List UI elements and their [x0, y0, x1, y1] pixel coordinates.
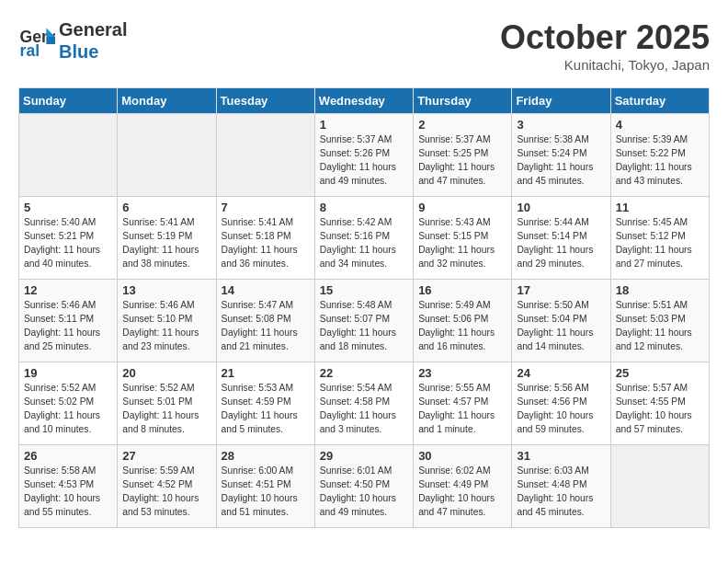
- logo-text-line1: General: [59, 18, 127, 40]
- week-row-4: 19Sunrise: 5:52 AMSunset: 5:02 PMDayligh…: [19, 362, 710, 445]
- weekday-header-row: SundayMondayTuesdayWednesdayThursdayFrid…: [19, 88, 710, 114]
- calendar-cell: [118, 114, 216, 197]
- calendar-cell: 13Sunrise: 5:46 AMSunset: 5:10 PMDayligh…: [118, 280, 216, 362]
- day-number: 8: [320, 201, 408, 214]
- day-info: Sunrise: 5:56 AMSunset: 4:56 PMDaylight:…: [517, 382, 605, 437]
- calendar-cell: 29Sunrise: 6:01 AMSunset: 4:50 PMDayligh…: [314, 445, 413, 528]
- weekday-header-monday: Monday: [118, 88, 216, 114]
- logo-icon: Gene ral: [18, 22, 55, 59]
- day-info: Sunrise: 5:41 AMSunset: 5:18 PMDaylight:…: [222, 216, 310, 271]
- day-number: 2: [418, 118, 506, 132]
- day-number: 10: [517, 201, 605, 214]
- calendar-cell: 19Sunrise: 5:52 AMSunset: 5:02 PMDayligh…: [19, 362, 118, 445]
- calendar-cell: 8Sunrise: 5:42 AMSunset: 5:16 PMDaylight…: [314, 197, 413, 280]
- calendar-cell: 10Sunrise: 5:44 AMSunset: 5:14 PMDayligh…: [512, 197, 610, 280]
- calendar-cell: 23Sunrise: 5:55 AMSunset: 4:57 PMDayligh…: [414, 362, 512, 445]
- svg-text:ral: ral: [20, 41, 40, 59]
- day-info: Sunrise: 5:54 AMSunset: 4:58 PMDaylight:…: [320, 382, 408, 437]
- day-info: Sunrise: 5:47 AMSunset: 5:08 PMDaylight:…: [222, 299, 310, 354]
- day-number: 1: [320, 118, 408, 132]
- day-number: 31: [517, 449, 605, 463]
- calendar-cell: [216, 114, 314, 197]
- calendar-cell: 26Sunrise: 5:58 AMSunset: 4:53 PMDayligh…: [19, 445, 118, 528]
- day-info: Sunrise: 5:57 AMSunset: 4:55 PMDaylight:…: [616, 382, 704, 437]
- weekday-header-saturday: Saturday: [610, 88, 709, 114]
- calendar-cell: 31Sunrise: 6:03 AMSunset: 4:48 PMDayligh…: [512, 445, 610, 528]
- weekday-header-thursday: Thursday: [414, 88, 512, 114]
- week-row-2: 5Sunrise: 5:40 AMSunset: 5:21 PMDaylight…: [19, 197, 710, 280]
- calendar-cell: 18Sunrise: 5:51 AMSunset: 5:03 PMDayligh…: [610, 280, 709, 362]
- day-info: Sunrise: 6:01 AMSunset: 4:50 PMDaylight:…: [320, 465, 408, 520]
- day-info: Sunrise: 5:44 AMSunset: 5:14 PMDaylight:…: [517, 216, 605, 271]
- calendar-cell: 9Sunrise: 5:43 AMSunset: 5:15 PMDaylight…: [414, 197, 512, 280]
- logo: Gene ral General Blue: [18, 18, 127, 63]
- logo-text-line2: Blue: [59, 40, 127, 63]
- calendar-cell: [19, 114, 118, 197]
- calendar-cell: 6Sunrise: 5:41 AMSunset: 5:19 PMDaylight…: [118, 197, 216, 280]
- day-number: 30: [418, 449, 506, 463]
- calendar-cell: 4Sunrise: 5:39 AMSunset: 5:22 PMDaylight…: [610, 114, 709, 197]
- calendar-cell: 12Sunrise: 5:46 AMSunset: 5:11 PMDayligh…: [19, 280, 118, 362]
- day-number: 9: [418, 201, 506, 214]
- weekday-header-tuesday: Tuesday: [216, 88, 314, 114]
- day-info: Sunrise: 6:00 AMSunset: 4:51 PMDaylight:…: [222, 465, 310, 520]
- day-info: Sunrise: 5:51 AMSunset: 5:03 PMDaylight:…: [616, 299, 704, 354]
- day-number: 27: [122, 449, 210, 463]
- day-info: Sunrise: 5:58 AMSunset: 4:53 PMDaylight:…: [24, 465, 112, 520]
- day-info: Sunrise: 5:45 AMSunset: 5:12 PMDaylight:…: [616, 216, 704, 271]
- calendar-cell: 27Sunrise: 5:59 AMSunset: 4:52 PMDayligh…: [118, 445, 216, 528]
- title-block: October 2025 Kunitachi, Tokyo, Japan: [500, 18, 710, 73]
- calendar-cell: 14Sunrise: 5:47 AMSunset: 5:08 PMDayligh…: [216, 280, 314, 362]
- calendar-cell: [610, 445, 709, 528]
- day-info: Sunrise: 5:52 AMSunset: 5:02 PMDaylight:…: [24, 382, 112, 437]
- week-row-1: 1Sunrise: 5:37 AMSunset: 5:26 PMDaylight…: [19, 114, 710, 197]
- day-number: 18: [616, 283, 704, 297]
- weekday-header-sunday: Sunday: [19, 88, 118, 114]
- day-number: 17: [517, 283, 605, 297]
- weekday-header-friday: Friday: [512, 88, 610, 114]
- day-info: Sunrise: 5:46 AMSunset: 5:10 PMDaylight:…: [122, 299, 210, 354]
- calendar-cell: 24Sunrise: 5:56 AMSunset: 4:56 PMDayligh…: [512, 362, 610, 445]
- weekday-header-wednesday: Wednesday: [314, 88, 413, 114]
- location-text: Kunitachi, Tokyo, Japan: [500, 57, 710, 73]
- day-number: 16: [418, 283, 506, 297]
- calendar-cell: 5Sunrise: 5:40 AMSunset: 5:21 PMDaylight…: [19, 197, 118, 280]
- calendar-table: SundayMondayTuesdayWednesdayThursdayFrid…: [18, 87, 710, 528]
- day-number: 29: [320, 449, 408, 463]
- day-number: 23: [418, 366, 506, 380]
- calendar-cell: 3Sunrise: 5:38 AMSunset: 5:24 PMDaylight…: [512, 114, 610, 197]
- calendar-cell: 16Sunrise: 5:49 AMSunset: 5:06 PMDayligh…: [414, 280, 512, 362]
- day-number: 28: [222, 449, 310, 463]
- day-info: Sunrise: 6:03 AMSunset: 4:48 PMDaylight:…: [517, 465, 605, 520]
- day-number: 4: [616, 118, 704, 132]
- calendar-cell: 28Sunrise: 6:00 AMSunset: 4:51 PMDayligh…: [216, 445, 314, 528]
- day-number: 3: [517, 118, 605, 132]
- day-info: Sunrise: 6:02 AMSunset: 4:49 PMDaylight:…: [418, 465, 506, 520]
- svg-marker-3: [46, 37, 55, 44]
- day-info: Sunrise: 5:49 AMSunset: 5:06 PMDaylight:…: [418, 299, 506, 354]
- day-number: 14: [222, 283, 310, 297]
- week-row-3: 12Sunrise: 5:46 AMSunset: 5:11 PMDayligh…: [19, 280, 710, 362]
- day-info: Sunrise: 5:50 AMSunset: 5:04 PMDaylight:…: [517, 299, 605, 354]
- calendar-cell: 2Sunrise: 5:37 AMSunset: 5:25 PMDaylight…: [414, 114, 512, 197]
- week-row-5: 26Sunrise: 5:58 AMSunset: 4:53 PMDayligh…: [19, 445, 710, 528]
- day-number: 6: [122, 201, 210, 214]
- day-number: 20: [122, 366, 210, 380]
- page-header: Gene ral General Blue October 2025 Kunit…: [18, 18, 710, 73]
- day-info: Sunrise: 5:37 AMSunset: 5:26 PMDaylight:…: [320, 133, 408, 189]
- calendar-cell: 11Sunrise: 5:45 AMSunset: 5:12 PMDayligh…: [610, 197, 709, 280]
- day-info: Sunrise: 5:42 AMSunset: 5:16 PMDaylight:…: [320, 216, 408, 271]
- day-number: 11: [616, 201, 704, 214]
- calendar-cell: 22Sunrise: 5:54 AMSunset: 4:58 PMDayligh…: [314, 362, 413, 445]
- day-info: Sunrise: 5:43 AMSunset: 5:15 PMDaylight:…: [418, 216, 506, 271]
- day-info: Sunrise: 5:40 AMSunset: 5:21 PMDaylight:…: [24, 216, 112, 271]
- calendar-cell: 25Sunrise: 5:57 AMSunset: 4:55 PMDayligh…: [610, 362, 709, 445]
- calendar-cell: 17Sunrise: 5:50 AMSunset: 5:04 PMDayligh…: [512, 280, 610, 362]
- day-info: Sunrise: 5:39 AMSunset: 5:22 PMDaylight:…: [616, 133, 704, 189]
- day-number: 7: [222, 201, 310, 214]
- day-number: 19: [24, 366, 112, 380]
- day-info: Sunrise: 5:41 AMSunset: 5:19 PMDaylight:…: [122, 216, 210, 271]
- day-info: Sunrise: 5:46 AMSunset: 5:11 PMDaylight:…: [24, 299, 112, 354]
- day-number: 21: [222, 366, 310, 380]
- day-number: 12: [24, 283, 112, 297]
